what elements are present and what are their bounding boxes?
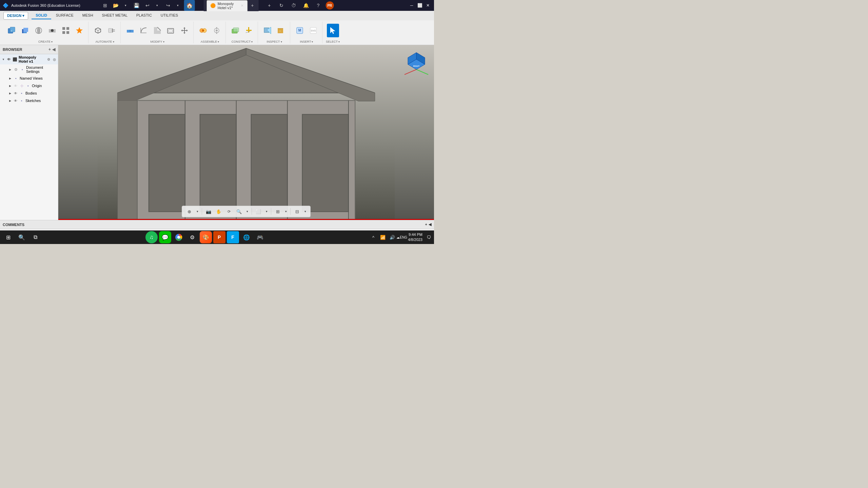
display-dropdown[interactable]: ▾	[264, 207, 269, 216]
tree-eye-origin[interactable]: 👁	[13, 83, 18, 88]
taskbar-spotify[interactable]: ♫	[145, 231, 158, 243]
taskbar-line[interactable]: 💬	[159, 231, 171, 243]
redo-button[interactable]: ↪	[163, 1, 173, 10]
battery-icon[interactable]: ☁ ENG	[398, 234, 405, 241]
snap-dropdown[interactable]: ▾	[195, 207, 200, 216]
insert-svg-button[interactable]: SVG	[307, 24, 319, 37]
notification-button[interactable]: 🔔	[301, 1, 311, 10]
grid-button[interactable]: ⊞	[100, 1, 110, 10]
start-button[interactable]: ⊞	[2, 231, 14, 243]
automate-button2[interactable]	[105, 24, 118, 37]
tree-item-sketches[interactable]: ▶ 👁 ▪ Sketches	[0, 97, 58, 104]
pan-tool[interactable]: ✋	[214, 207, 223, 216]
task-view-button[interactable]: ⧉	[29, 231, 41, 243]
network-icon[interactable]: 📶	[379, 234, 386, 241]
search-button[interactable]: 🔍	[16, 231, 28, 243]
tab-surface[interactable]: SURFACE	[52, 12, 78, 19]
move-button[interactable]	[178, 24, 191, 37]
grid-dropdown[interactable]: ▾	[283, 207, 288, 216]
press-pull-button[interactable]	[124, 24, 136, 37]
new-component-button[interactable]: +	[5, 24, 18, 37]
view-cube[interactable]: RIGHT	[403, 49, 430, 76]
extrude-button[interactable]	[19, 24, 31, 37]
open-dropdown[interactable]: ▾	[121, 1, 131, 10]
plane-button[interactable]	[229, 24, 241, 37]
pattern-button[interactable]	[60, 24, 72, 37]
insert-mcmaster-button[interactable]: M	[294, 24, 306, 37]
zoom-tool[interactable]: 🔍	[235, 207, 243, 216]
new-window-button[interactable]: +	[264, 1, 274, 10]
tree-item-bodies[interactable]: ▶ 👁 ▪ Bodies	[0, 89, 58, 97]
tree-item-doc-settings[interactable]: ▶ ⚙ ▪ Document Settings	[0, 64, 58, 75]
tab-utilities[interactable]: UTILITIES	[157, 12, 182, 19]
redo-dropdown[interactable]: ▾	[173, 1, 183, 10]
home-button[interactable]: 🏠	[184, 0, 195, 11]
tab-solid[interactable]: SOLID	[32, 12, 51, 19]
section-analysis-button[interactable]: ↔	[275, 24, 287, 37]
display-mode-tool[interactable]: ⬜	[254, 207, 263, 216]
measure-button[interactable]	[261, 24, 274, 37]
open-button[interactable]: 📂	[111, 1, 121, 10]
notification-center[interactable]: 🗨	[425, 234, 432, 241]
history-button[interactable]: ⏱	[289, 1, 298, 10]
browser-add-icon[interactable]: +	[48, 47, 51, 52]
refresh-button[interactable]: ↻	[277, 1, 286, 10]
titlebar-left: 🔷 Autodesk Fusion 360 (Education License…	[3, 3, 80, 8]
hole-button[interactable]	[46, 24, 58, 37]
orbit-tool[interactable]: ⟳	[224, 207, 233, 216]
taskbar-chrome[interactable]	[173, 231, 185, 243]
tab-close-button[interactable]: ✕	[240, 3, 244, 8]
system-clock[interactable]: 9:44 PM 4/8/2023	[408, 232, 422, 243]
tree-gear-root[interactable]: ⚙	[46, 57, 51, 62]
joint-button[interactable]	[197, 24, 209, 37]
tree-eye-bodies[interactable]: 👁	[13, 91, 18, 96]
new-tab-button[interactable]: +	[249, 1, 256, 10]
taskbar-vpn[interactable]: 🌐	[240, 231, 253, 243]
tab-plastic[interactable]: PLASTIC	[132, 12, 156, 19]
comments-add-icon[interactable]: +	[425, 222, 427, 227]
grid-tool[interactable]: ⊞	[273, 207, 282, 216]
maximize-button[interactable]: ⬜	[416, 2, 423, 9]
env-tool[interactable]: ⊟	[293, 207, 301, 216]
save-button[interactable]: 💾	[132, 1, 141, 10]
taskbar-settings[interactable]: ⚙	[186, 231, 198, 243]
joint-origin-button[interactable]	[211, 24, 223, 37]
close-button[interactable]: ✕	[425, 2, 431, 9]
fillet-button[interactable]	[138, 24, 150, 37]
env-dropdown[interactable]: ▾	[303, 207, 308, 216]
tree-eye-root[interactable]: 👁	[6, 57, 11, 62]
snap-tool[interactable]: ⊕	[185, 207, 194, 216]
tree-eye-sketches[interactable]: 👁	[13, 98, 18, 103]
freeform-button[interactable]	[73, 24, 85, 37]
chamfer-button[interactable]	[151, 24, 163, 37]
axis-button[interactable]	[243, 24, 255, 37]
taskbar-paint[interactable]: 🎨	[200, 231, 212, 243]
tree-settings-root[interactable]: ◎	[52, 57, 57, 62]
browser-collapse-icon[interactable]: ◀	[52, 47, 55, 52]
design-mode-button[interactable]: DESIGN ▾	[3, 12, 28, 20]
tab-sheet-metal[interactable]: SHEET METAL	[98, 12, 132, 19]
document-tab[interactable]: 🟠 Monopoly Hotel v1* ✕	[206, 0, 248, 11]
zoom-dropdown[interactable]: ▾	[245, 207, 250, 216]
revolve-button[interactable]	[33, 24, 45, 37]
minimize-button[interactable]: ─	[408, 2, 415, 9]
system-tray-expand[interactable]: ^	[370, 234, 377, 241]
automate-button1[interactable]	[92, 24, 104, 37]
undo-dropdown[interactable]: ▾	[153, 1, 162, 10]
capture-tool[interactable]: 📷	[204, 207, 213, 216]
tree-item-root[interactable]: ▼ 👁 ⬛ Monopoly Hotel v1 ⚙ ◎	[0, 54, 58, 64]
undo-button[interactable]: ↩	[143, 1, 152, 10]
tab-mesh[interactable]: MESH	[78, 12, 97, 19]
shell-button[interactable]	[165, 24, 177, 37]
taskbar-forms[interactable]: F	[227, 231, 239, 243]
taskbar-powerpoint[interactable]: P	[213, 231, 225, 243]
tree-item-origin[interactable]: ▶ 👁 ⊹ ▪ Origin	[0, 82, 58, 89]
tree-item-named-views[interactable]: ▶ ▪ Named Views	[0, 75, 58, 82]
taskbar-discord[interactable]: 🎮	[254, 231, 266, 243]
volume-icon[interactable]: 🔊	[389, 234, 396, 241]
profile-button[interactable]: PR	[326, 1, 334, 9]
comments-collapse-icon[interactable]: ◀	[429, 222, 431, 227]
select-button[interactable]	[327, 24, 339, 37]
viewport-canvas[interactable]: RIGHT ⊕ ▾ 📷 ✋ ⟳ 🔍 ▾ ⬜ ▾ ⊞ ▾ ⊟ ▾	[58, 45, 434, 220]
help-button[interactable]: ?	[313, 1, 323, 10]
